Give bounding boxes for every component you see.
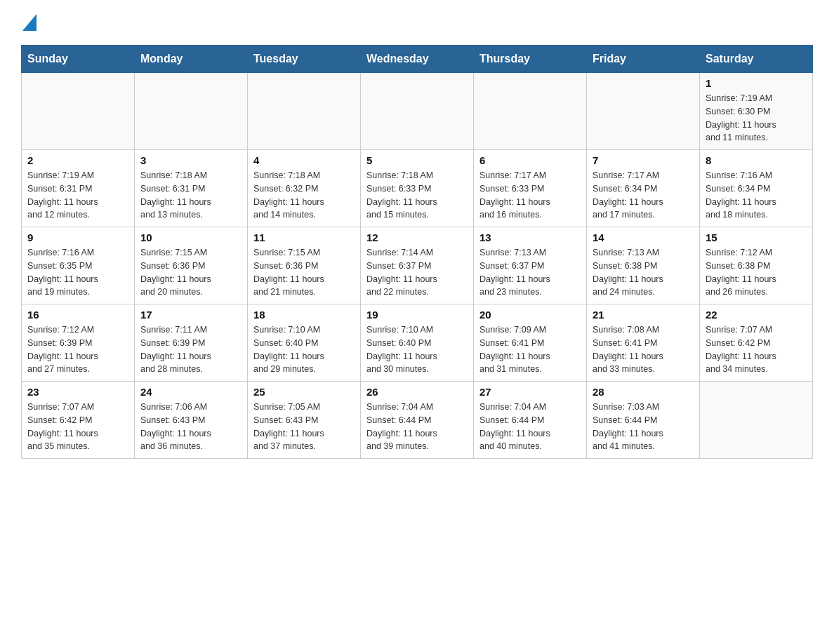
day-info: Sunrise: 7:17 AM Sunset: 6:33 PM Dayligh…	[479, 169, 581, 222]
day-info: Sunrise: 7:15 AM Sunset: 6:36 PM Dayligh…	[253, 246, 355, 299]
day-number: 5	[366, 154, 468, 166]
day-number: 20	[479, 309, 581, 321]
day-number: 16	[27, 309, 128, 321]
day-info: Sunrise: 7:07 AM Sunset: 6:42 PM Dayligh…	[27, 401, 128, 453]
calendar-cell: 17Sunrise: 7:11 AM Sunset: 6:39 PM Dayli…	[135, 304, 248, 382]
day-number: 18	[253, 309, 355, 321]
column-header-wednesday: Wednesday	[361, 46, 474, 73]
page-header	[21, 14, 813, 31]
calendar-cell	[700, 382, 813, 459]
day-number: 12	[366, 232, 468, 243]
day-info: Sunrise: 7:05 AM Sunset: 6:43 PM Dayligh…	[253, 401, 355, 453]
calendar-cell: 25Sunrise: 7:05 AM Sunset: 6:43 PM Dayli…	[248, 382, 361, 459]
calendar-cell: 11Sunrise: 7:15 AM Sunset: 6:36 PM Dayli…	[248, 227, 361, 304]
day-number: 27	[479, 386, 581, 398]
calendar-cell: 9Sunrise: 7:16 AM Sunset: 6:35 PM Daylig…	[22, 227, 135, 304]
calendar-week-row: 16Sunrise: 7:12 AM Sunset: 6:39 PM Dayli…	[22, 304, 813, 382]
day-info: Sunrise: 7:07 AM Sunset: 6:42 PM Dayligh…	[706, 323, 807, 376]
day-number: 17	[140, 309, 241, 321]
day-number: 10	[140, 232, 241, 243]
day-number: 25	[253, 386, 355, 398]
day-number: 6	[479, 154, 581, 166]
day-number: 13	[479, 232, 581, 243]
calendar-cell: 15Sunrise: 7:12 AM Sunset: 6:38 PM Dayli…	[700, 227, 813, 304]
calendar-cell: 28Sunrise: 7:03 AM Sunset: 6:44 PM Dayli…	[587, 382, 700, 459]
day-number: 4	[253, 154, 355, 166]
day-info: Sunrise: 7:18 AM Sunset: 6:31 PM Dayligh…	[140, 169, 241, 222]
calendar-cell: 12Sunrise: 7:14 AM Sunset: 6:37 PM Dayli…	[361, 227, 474, 304]
calendar-cell: 21Sunrise: 7:08 AM Sunset: 6:41 PM Dayli…	[587, 304, 700, 382]
day-info: Sunrise: 7:15 AM Sunset: 6:36 PM Dayligh…	[140, 246, 241, 299]
day-number: 23	[27, 386, 128, 398]
day-number: 28	[593, 386, 694, 398]
day-info: Sunrise: 7:19 AM Sunset: 6:30 PM Dayligh…	[706, 92, 807, 145]
day-info: Sunrise: 7:06 AM Sunset: 6:43 PM Dayligh…	[140, 401, 241, 453]
day-info: Sunrise: 7:04 AM Sunset: 6:44 PM Dayligh…	[366, 401, 468, 453]
logo	[21, 14, 37, 31]
day-number: 22	[706, 309, 807, 321]
calendar-header-row: SundayMondayTuesdayWednesdayThursdayFrid…	[22, 46, 813, 73]
calendar-week-row: 23Sunrise: 7:07 AM Sunset: 6:42 PM Dayli…	[22, 382, 813, 459]
day-info: Sunrise: 7:16 AM Sunset: 6:34 PM Dayligh…	[706, 169, 807, 222]
logo-triangle-icon	[22, 14, 37, 31]
calendar-cell: 10Sunrise: 7:15 AM Sunset: 6:36 PM Dayli…	[135, 227, 248, 304]
calendar-cell	[361, 73, 474, 150]
calendar-week-row: 2Sunrise: 7:19 AM Sunset: 6:31 PM Daylig…	[22, 150, 813, 227]
calendar-cell: 5Sunrise: 7:18 AM Sunset: 6:33 PM Daylig…	[361, 150, 474, 227]
day-info: Sunrise: 7:19 AM Sunset: 6:31 PM Dayligh…	[27, 169, 128, 222]
calendar-cell: 24Sunrise: 7:06 AM Sunset: 6:43 PM Dayli…	[135, 382, 248, 459]
calendar-cell: 3Sunrise: 7:18 AM Sunset: 6:31 PM Daylig…	[135, 150, 248, 227]
calendar-cell: 13Sunrise: 7:13 AM Sunset: 6:37 PM Dayli…	[474, 227, 587, 304]
calendar-cell: 26Sunrise: 7:04 AM Sunset: 6:44 PM Dayli…	[361, 382, 474, 459]
calendar-cell: 18Sunrise: 7:10 AM Sunset: 6:40 PM Dayli…	[248, 304, 361, 382]
day-info: Sunrise: 7:03 AM Sunset: 6:44 PM Dayligh…	[593, 401, 694, 453]
calendar-week-row: 1Sunrise: 7:19 AM Sunset: 6:30 PM Daylig…	[22, 73, 813, 150]
calendar-cell: 20Sunrise: 7:09 AM Sunset: 6:41 PM Dayli…	[474, 304, 587, 382]
calendar-cell: 19Sunrise: 7:10 AM Sunset: 6:40 PM Dayli…	[361, 304, 474, 382]
column-header-tuesday: Tuesday	[248, 46, 361, 73]
day-number: 14	[593, 232, 694, 243]
calendar-week-row: 9Sunrise: 7:16 AM Sunset: 6:35 PM Daylig…	[22, 227, 813, 304]
calendar-cell: 6Sunrise: 7:17 AM Sunset: 6:33 PM Daylig…	[474, 150, 587, 227]
day-info: Sunrise: 7:08 AM Sunset: 6:41 PM Dayligh…	[593, 323, 694, 376]
day-info: Sunrise: 7:18 AM Sunset: 6:33 PM Dayligh…	[366, 169, 468, 222]
calendar-cell	[135, 73, 248, 150]
day-number: 9	[27, 232, 128, 243]
day-number: 15	[706, 232, 807, 243]
calendar-cell: 2Sunrise: 7:19 AM Sunset: 6:31 PM Daylig…	[22, 150, 135, 227]
day-number: 2	[27, 154, 128, 166]
calendar-cell: 16Sunrise: 7:12 AM Sunset: 6:39 PM Dayli…	[22, 304, 135, 382]
day-info: Sunrise: 7:09 AM Sunset: 6:41 PM Dayligh…	[479, 323, 581, 376]
column-header-friday: Friday	[587, 46, 700, 73]
day-number: 1	[706, 77, 807, 89]
day-number: 26	[366, 386, 468, 398]
day-info: Sunrise: 7:13 AM Sunset: 6:37 PM Dayligh…	[479, 246, 581, 299]
calendar-cell	[587, 73, 700, 150]
day-info: Sunrise: 7:10 AM Sunset: 6:40 PM Dayligh…	[366, 323, 468, 376]
calendar-cell: 4Sunrise: 7:18 AM Sunset: 6:32 PM Daylig…	[248, 150, 361, 227]
day-info: Sunrise: 7:10 AM Sunset: 6:40 PM Dayligh…	[253, 323, 355, 376]
day-number: 19	[366, 309, 468, 321]
day-info: Sunrise: 7:04 AM Sunset: 6:44 PM Dayligh…	[479, 401, 581, 453]
day-info: Sunrise: 7:12 AM Sunset: 6:38 PM Dayligh…	[706, 246, 807, 299]
calendar-cell: 8Sunrise: 7:16 AM Sunset: 6:34 PM Daylig…	[700, 150, 813, 227]
calendar-cell	[248, 73, 361, 150]
calendar-cell: 1Sunrise: 7:19 AM Sunset: 6:30 PM Daylig…	[700, 73, 813, 150]
calendar-cell	[22, 73, 135, 150]
calendar-cell: 7Sunrise: 7:17 AM Sunset: 6:34 PM Daylig…	[587, 150, 700, 227]
day-info: Sunrise: 7:14 AM Sunset: 6:37 PM Dayligh…	[366, 246, 468, 299]
column-header-sunday: Sunday	[22, 46, 135, 73]
day-number: 21	[593, 309, 694, 321]
calendar-cell	[474, 73, 587, 150]
column-header-saturday: Saturday	[700, 46, 813, 73]
svg-marker-0	[22, 14, 37, 31]
column-header-monday: Monday	[135, 46, 248, 73]
calendar-table: SundayMondayTuesdayWednesdayThursdayFrid…	[21, 45, 813, 459]
day-info: Sunrise: 7:17 AM Sunset: 6:34 PM Dayligh…	[593, 169, 694, 222]
calendar-cell: 22Sunrise: 7:07 AM Sunset: 6:42 PM Dayli…	[700, 304, 813, 382]
day-number: 3	[140, 154, 241, 166]
column-header-thursday: Thursday	[474, 46, 587, 73]
day-info: Sunrise: 7:18 AM Sunset: 6:32 PM Dayligh…	[253, 169, 355, 222]
day-number: 7	[593, 154, 694, 166]
day-number: 11	[253, 232, 355, 243]
